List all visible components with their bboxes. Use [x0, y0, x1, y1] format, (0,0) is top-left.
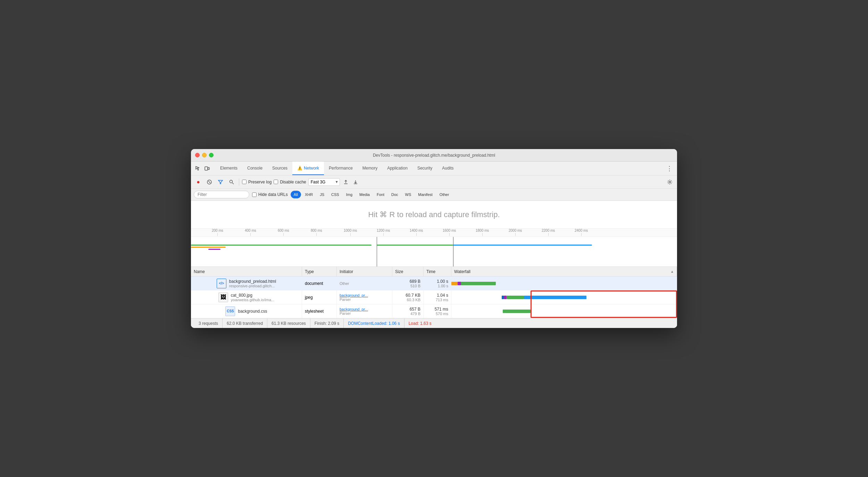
- element-picker-icon[interactable]: [194, 164, 202, 173]
- network-warning-icon: ⚠️: [297, 166, 302, 171]
- vline-blue: [377, 237, 377, 267]
- filter-xhr[interactable]: XHR: [302, 191, 316, 198]
- settings-button[interactable]: [665, 178, 674, 187]
- devtools-body: Elements Console Sources ⚠️ Network Perf…: [191, 162, 677, 328]
- filter-img[interactable]: Img: [343, 191, 356, 198]
- maximize-button[interactable]: [209, 153, 214, 157]
- td-waterfall-3: [451, 304, 677, 318]
- wf-bar-blue-2: [524, 296, 586, 299]
- throttle-wrapper: Fast 3G No throttling Slow 3G Offline ▼: [308, 178, 340, 186]
- wf-bar-green-3: [503, 310, 531, 313]
- download-button[interactable]: [352, 178, 359, 186]
- wf-bar-green-2: [507, 296, 524, 299]
- th-type[interactable]: Type: [302, 267, 337, 276]
- device-toolbar-icon[interactable]: [203, 164, 211, 173]
- tab-security[interactable]: Security: [412, 162, 437, 175]
- minimize-button[interactable]: [202, 153, 207, 157]
- filter-doc[interactable]: Doc: [388, 191, 401, 198]
- th-size[interactable]: Size: [392, 267, 424, 276]
- throttle-select[interactable]: Fast 3G No throttling Slow 3G Offline: [308, 178, 340, 186]
- timeline-tracks: [191, 237, 677, 267]
- window-title: DevTools - responsive-preload.glitch.me/…: [373, 153, 495, 158]
- tab-sources[interactable]: Sources: [267, 162, 292, 175]
- th-name[interactable]: Name: [191, 267, 302, 276]
- td-size-3: 657 B 479 B: [392, 304, 424, 318]
- td-name-1: </> background_preload.html responsive-p…: [191, 277, 302, 290]
- record-button[interactable]: ●: [194, 178, 203, 187]
- table-row[interactable]: </> background_preload.html responsive-p…: [191, 277, 677, 290]
- more-tabs-button[interactable]: ⋮: [665, 164, 674, 173]
- hide-data-urls-label[interactable]: Hide data URLs: [252, 192, 288, 197]
- file-name-3: background.css: [238, 309, 267, 314]
- ruler-mark-600: 600 ms: [278, 229, 289, 236]
- preserve-log-checkbox[interactable]: [242, 180, 247, 184]
- svg-line-3: [208, 181, 210, 183]
- search-button[interactable]: [227, 178, 236, 187]
- track-green-post: [377, 245, 453, 246]
- filmstrip-hint: Hit ⌘ R to reload and capture filmstrip.: [368, 210, 500, 219]
- ruler-mark-200: 200 ms: [212, 229, 223, 236]
- status-resources: 61.3 KB resources: [267, 319, 310, 328]
- filter-css[interactable]: CSS: [328, 191, 342, 198]
- filter-js[interactable]: JS: [317, 191, 327, 198]
- table-row[interactable]: 🖼 cat_800.jpg yoavweiss.github.io/ima...…: [191, 290, 677, 304]
- td-type-2: jpeg: [302, 290, 337, 304]
- hide-data-urls-checkbox[interactable]: [252, 192, 257, 197]
- td-initiator-2: background_pr... Parser: [337, 290, 392, 304]
- traffic-lights: [195, 153, 214, 157]
- th-time[interactable]: Time: [424, 267, 451, 276]
- disable-cache-checkbox[interactable]: [274, 180, 278, 184]
- tab-application[interactable]: Application: [382, 162, 412, 175]
- preserve-log-label[interactable]: Preserve log: [242, 180, 272, 184]
- th-initiator[interactable]: Initiator: [337, 267, 392, 276]
- td-type-3: stylesheet: [302, 304, 337, 318]
- ruler-mark-1800: 1800 ms: [476, 229, 489, 236]
- filter-button[interactable]: [216, 178, 225, 187]
- devtools-actions: [194, 164, 211, 173]
- titlebar: DevTools - responsive-preload.glitch.me/…: [191, 149, 677, 162]
- filter-input[interactable]: [194, 191, 249, 198]
- file-icon-jpg: 🖼: [218, 293, 228, 302]
- filter-manifest[interactable]: Manifest: [415, 191, 436, 198]
- status-load: Load: 1.63 s: [404, 319, 436, 328]
- ruler-mark-2000: 2000 ms: [509, 229, 522, 236]
- table-header: Name Type Initiator Size Time Waterfall …: [191, 267, 677, 277]
- filter-all[interactable]: All: [291, 191, 301, 198]
- track-purple: [208, 249, 220, 250]
- filter-ws[interactable]: WS: [402, 191, 415, 198]
- network-toolbar: ● Preserve log: [191, 175, 677, 189]
- filter-font[interactable]: Font: [374, 191, 387, 198]
- tab-audits[interactable]: Audits: [437, 162, 458, 175]
- svg-marker-4: [218, 180, 223, 184]
- status-transferred: 62.0 KB transferred: [223, 319, 267, 328]
- tab-network[interactable]: ⚠️ Network: [292, 162, 324, 175]
- td-time-1: 1.00 s 1.00 s: [424, 277, 451, 290]
- file-name-2: cat_800.jpg yoavweiss.github.io/ima...: [231, 293, 274, 302]
- svg-point-9: [669, 181, 671, 183]
- tab-elements[interactable]: Elements: [215, 162, 242, 175]
- status-bar: 3 requests 62.0 KB transferred 61.3 KB r…: [191, 318, 677, 328]
- close-button[interactable]: [195, 153, 200, 157]
- toolbar-sep-1: [239, 179, 239, 186]
- upload-button[interactable]: [342, 178, 350, 186]
- tab-memory[interactable]: Memory: [358, 162, 382, 175]
- table-row[interactable]: CSS background.css stylesheet background…: [191, 304, 677, 318]
- clear-button[interactable]: [205, 178, 214, 187]
- disable-cache-label[interactable]: Disable cache: [274, 180, 306, 184]
- status-requests: 3 requests: [194, 319, 223, 328]
- track-orange: [191, 247, 226, 248]
- tab-performance[interactable]: Performance: [324, 162, 358, 175]
- filter-other[interactable]: Other: [436, 191, 452, 198]
- th-waterfall[interactable]: Waterfall ▲: [451, 267, 677, 276]
- ruler-mark-800: 800 ms: [311, 229, 322, 236]
- devtools-window: DevTools - responsive-preload.glitch.me/…: [191, 149, 677, 328]
- track-blue: [453, 245, 592, 246]
- td-type-1: document: [302, 277, 337, 290]
- svg-line-6: [232, 183, 234, 184]
- filter-media[interactable]: Media: [356, 191, 373, 198]
- tabs-container: Elements Console Sources ⚠️ Network Perf…: [215, 162, 674, 175]
- network-table: Name Type Initiator Size Time Waterfall …: [191, 267, 677, 318]
- wf-bar-purple-2: [504, 296, 507, 299]
- ruler-mark-2200: 2200 ms: [542, 229, 555, 236]
- tab-console[interactable]: Console: [242, 162, 267, 175]
